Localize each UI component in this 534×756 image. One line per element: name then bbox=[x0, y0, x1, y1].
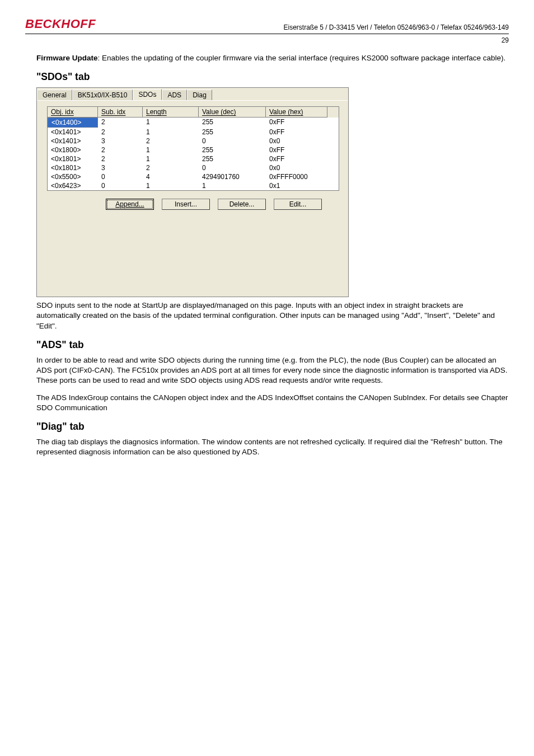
cell-dec: 1 bbox=[199, 181, 266, 190]
col-header-len[interactable]: Length bbox=[143, 107, 199, 118]
ads-tab-p2: The ADS IndexGroup contains the CANopen … bbox=[36, 393, 509, 413]
cell-hex: 0xFF bbox=[266, 145, 327, 154]
cell-len: 1 bbox=[143, 118, 199, 128]
button-row: Append... Insert... Delete... Edit... bbox=[106, 199, 341, 210]
sdos-tab-control: General BK51x0/IX-B510 SDOs ADS Diag Obj… bbox=[36, 87, 349, 297]
table-row[interactable]: <0x1801>212550xFF bbox=[48, 154, 339, 163]
cell-sub: 2 bbox=[98, 145, 143, 154]
edit-button[interactable]: Edit... bbox=[274, 199, 322, 210]
cell-hex: 0x0 bbox=[266, 163, 327, 172]
tab-ads[interactable]: ADS bbox=[162, 90, 187, 100]
firmware-update-label: Firmware Update bbox=[36, 54, 98, 62]
table-row[interactable]: <0x1401>212550xFF bbox=[48, 128, 339, 137]
cell-obj: <0x1801> bbox=[48, 154, 98, 163]
cell-hex: 0xFF bbox=[266, 154, 327, 163]
sdo-table-header: Obj. idx Sub. idx Length Value (dec) Val… bbox=[48, 107, 339, 118]
tab-body: Obj. idx Sub. idx Length Value (dec) Val… bbox=[37, 100, 348, 297]
cell-obj: <0x1801> bbox=[48, 163, 98, 172]
sdo-table-rows: <0x1400>212550xFF<0x1401>212550xFF<0x140… bbox=[48, 118, 339, 190]
cell-sub: 3 bbox=[98, 137, 143, 145]
cell-hex: 0x1 bbox=[266, 181, 327, 190]
cell-obj: <0x5500> bbox=[48, 172, 98, 181]
ads-tab-p1: In order to be able to read and write SD… bbox=[36, 355, 509, 386]
table-row[interactable]: <0x6423>0110x1 bbox=[48, 181, 339, 190]
ads-tab-heading: "ADS" tab bbox=[36, 339, 509, 351]
cell-obj: <0x1800> bbox=[48, 145, 98, 154]
cell-len: 1 bbox=[143, 128, 199, 137]
cell-obj: <0x6423> bbox=[48, 181, 98, 190]
cell-len: 2 bbox=[143, 163, 199, 172]
cell-dec: 0 bbox=[199, 163, 266, 172]
cell-sub: 3 bbox=[98, 163, 143, 172]
firmware-update-paragraph: Firmware Update: Enables the updating of… bbox=[36, 53, 509, 63]
col-header-sub[interactable]: Sub. idx bbox=[98, 107, 143, 118]
insert-button[interactable]: Insert... bbox=[162, 199, 210, 210]
cell-len: 4 bbox=[143, 172, 199, 181]
cell-sub: 2 bbox=[98, 128, 143, 137]
table-row[interactable]: <0x5500>0442949017600xFFFF0000 bbox=[48, 172, 339, 181]
delete-button[interactable]: Delete... bbox=[218, 199, 266, 210]
cell-dec: 4294901760 bbox=[199, 172, 266, 181]
cell-hex: 0xFFFF0000 bbox=[266, 172, 327, 181]
cell-dec: 255 bbox=[199, 154, 266, 163]
cell-sub: 0 bbox=[98, 172, 143, 181]
tab-strip: General BK51x0/IX-B510 SDOs ADS Diag bbox=[37, 87, 348, 100]
col-header-hex[interactable]: Value (hex) bbox=[266, 107, 327, 118]
header-address: Eiserstraße 5 / D-33415 Verl / Telefon 0… bbox=[284, 24, 509, 31]
cell-dec: 0 bbox=[199, 137, 266, 145]
table-row[interactable]: <0x1800>212550xFF bbox=[48, 145, 339, 154]
col-header-obj[interactable]: Obj. idx bbox=[48, 107, 98, 118]
cell-hex: 0x0 bbox=[266, 137, 327, 145]
cell-len: 2 bbox=[143, 137, 199, 145]
tab-bk51x0[interactable]: BK51x0/IX-B510 bbox=[72, 90, 133, 100]
cell-sub: 2 bbox=[98, 118, 143, 128]
cell-dec: 255 bbox=[199, 118, 266, 128]
cell-obj: <0x1401> bbox=[48, 128, 98, 137]
sdos-tab-heading: "SDOs" tab bbox=[36, 71, 509, 83]
cell-len: 1 bbox=[143, 145, 199, 154]
append-button[interactable]: Append... bbox=[106, 199, 154, 210]
table-row[interactable]: <0x1801>3200x0 bbox=[48, 163, 339, 172]
cell-hex: 0xFF bbox=[266, 118, 327, 128]
cell-obj: <0x1400> bbox=[48, 118, 98, 128]
cell-hex: 0xFF bbox=[266, 128, 327, 137]
cell-obj: <0x1401> bbox=[48, 137, 98, 145]
diag-tab-p1: The diag tab displays the diagnosics inf… bbox=[36, 437, 509, 457]
sdos-tab-description: SDO inputs sent to the node at StartUp a… bbox=[36, 300, 509, 331]
firmware-update-text: : Enables the updating of the coupler fi… bbox=[98, 54, 506, 62]
cell-sub: 2 bbox=[98, 154, 143, 163]
table-row[interactable]: <0x1401>3200x0 bbox=[48, 137, 339, 145]
sdo-table: Obj. idx Sub. idx Length Value (dec) Val… bbox=[47, 106, 339, 191]
table-row[interactable]: <0x1400>212550xFF bbox=[48, 118, 339, 128]
cell-len: 1 bbox=[143, 181, 199, 190]
cell-len: 1 bbox=[143, 154, 199, 163]
cell-sub: 0 bbox=[98, 181, 143, 190]
tab-diag[interactable]: Diag bbox=[187, 90, 212, 100]
col-header-dec[interactable]: Value (dec) bbox=[199, 107, 266, 118]
diag-tab-heading: "Diag" tab bbox=[36, 421, 509, 433]
tab-general[interactable]: General bbox=[37, 90, 72, 100]
brand-logo: BECKHOFF bbox=[25, 17, 96, 31]
cell-dec: 255 bbox=[199, 145, 266, 154]
cell-dec: 255 bbox=[199, 128, 266, 137]
page-number: 29 bbox=[25, 36, 509, 44]
tab-sdos[interactable]: SDOs bbox=[133, 89, 162, 100]
